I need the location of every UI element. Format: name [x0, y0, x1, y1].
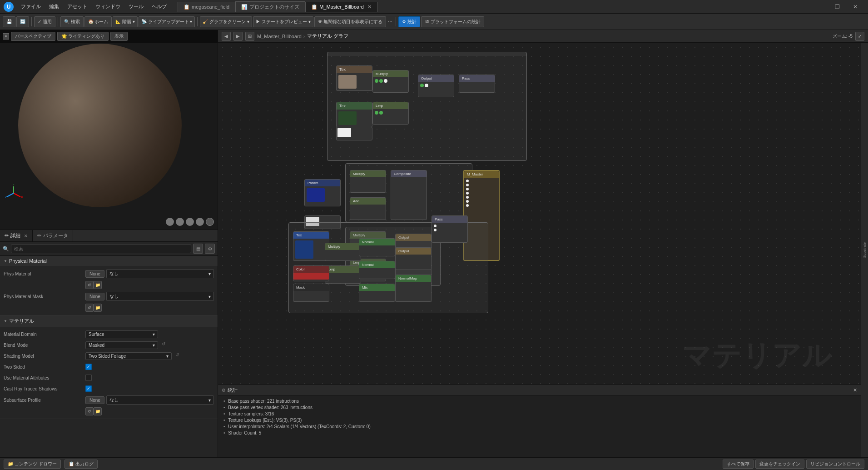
content-drawer-button[interactable]: 📁 コンテンツ ドロワー [4, 460, 61, 469]
nav-forward-button[interactable]: ▶ [233, 32, 243, 41]
state-preview-dropdown[interactable]: ▶ ステートをプレビュー ▾ [253, 16, 313, 27]
blend-mode-reset-button[interactable]: ↺ [162, 341, 169, 349]
cast-ray-traced-shadows-checkbox[interactable]: ✓ [85, 385, 92, 392]
tab-megascane[interactable]: 📋 megascane_field [178, 2, 235, 12]
phys-material-mask-none-btn[interactable]: None [85, 293, 104, 300]
phys-material-mask-dropdown[interactable]: なし ▾ [106, 292, 214, 301]
pass-node[interactable]: Pass [432, 215, 468, 243]
view-button[interactable]: 表示 [110, 32, 128, 41]
viewport-circle-btn-2[interactable] [176, 218, 184, 226]
phys-material-reset-icon[interactable]: ↺ [85, 281, 94, 289]
breadcrumb-node[interactable]: M_Master_Billboard [257, 34, 302, 39]
math-node-1[interactable]: Multiply [372, 70, 409, 93]
subsurface-profile-dropdown[interactable]: なし ▾ [106, 395, 214, 405]
search-input[interactable] [11, 245, 191, 253]
blue-node[interactable]: Param [304, 179, 341, 206]
phys-material-none-btn[interactable]: None [85, 270, 104, 278]
settings-button[interactable]: ⚙ [205, 244, 215, 254]
fullscreen-button[interactable]: ⤢ [855, 32, 864, 41]
platform-stats-button[interactable]: 🖥 プラットフォームの統計 [421, 16, 484, 27]
stats-panel: ⚙ 統計 ✕ • Base pass shader: 221 instructi… [218, 385, 861, 457]
texture-node-2[interactable]: Tex [336, 102, 372, 127]
maximize-button[interactable]: ❐ [828, 0, 846, 14]
phys-material-mask-reset-icon[interactable]: ↺ [85, 304, 94, 312]
phys-material-mask-browse-icon[interactable]: 📁 [94, 304, 102, 312]
save-button[interactable]: 💾 [3, 16, 15, 27]
green-node-2[interactable]: Normal [359, 261, 395, 279]
viewport-circle-btn-1[interactable] [166, 218, 174, 226]
menu-help[interactable]: ヘルプ [148, 2, 170, 11]
hierarchy-dropdown[interactable]: 📐 階層 ▾ [113, 16, 138, 27]
phys-material-dropdown[interactable]: なし ▾ [106, 269, 214, 278]
output-node-2[interactable]: Pass [459, 75, 495, 93]
output-node-4[interactable]: Output [395, 247, 432, 270]
physical-material-header[interactable]: ▼ Physical Material [0, 256, 218, 266]
menu-asset[interactable]: アセット [64, 2, 91, 11]
live-update-dropdown[interactable]: 📡 ライブアップデート ▾ [139, 16, 195, 27]
math-node-8[interactable]: Lerp [325, 265, 361, 284]
more-options-button[interactable]: ⋯ [387, 19, 393, 24]
blend-mode-dropdown[interactable]: Masked ▾ [85, 341, 158, 349]
use-material-attributes-checkbox[interactable] [85, 375, 92, 381]
close-button[interactable]: ✕ [846, 0, 864, 14]
shading-model-reset-button[interactable]: ↺ [175, 352, 183, 360]
math-node-3[interactable]: Multiply [350, 170, 386, 193]
svg-text:X: X [21, 195, 23, 199]
substrates-panel[interactable]: Substrate [861, 43, 868, 457]
tab-master-billboard[interactable]: 📋 M_Master_Billboard ✕ [305, 2, 377, 12]
tab-details[interactable]: ✏ 詳細 ✕ [0, 230, 33, 241]
nav-back-button[interactable]: ◀ [222, 32, 231, 41]
material-section-header[interactable]: ▼ マテリアル [0, 315, 218, 327]
revision-control-button[interactable]: リビジョンコントロール [806, 460, 864, 469]
minimize-button[interactable]: — [810, 0, 828, 14]
hide-unrelated-button[interactable]: 👁 無関係な項目を非表示にする [314, 16, 387, 27]
perspective-button[interactable]: バースペクティブ [11, 32, 55, 41]
check-in-button[interactable]: 変更をチェックイン [755, 460, 804, 469]
texture-node-1[interactable]: Tex [336, 65, 372, 91]
menu-tools[interactable]: ツール [125, 2, 147, 11]
connect-node-1[interactable]: Composite [391, 170, 427, 220]
output-node-5[interactable]: NormalMap [395, 275, 432, 302]
save-all-button[interactable]: すべて保存 [723, 460, 754, 469]
tab-details-close[interactable]: ✕ [24, 234, 28, 238]
filter-button[interactable]: ▤ [193, 244, 203, 254]
nav-home-button[interactable]: ⊞ [245, 32, 254, 41]
menu-file[interactable]: ファイル [17, 2, 45, 11]
green-node-1[interactable]: Normal [359, 238, 395, 256]
stats-close-button[interactable]: ✕ [853, 387, 857, 393]
apply-button[interactable]: ✓ 適用 [34, 16, 55, 27]
viewport-circle-btn-5[interactable] [206, 218, 214, 226]
menu-edit[interactable]: 編集 [45, 2, 63, 11]
green-node-3[interactable]: Mix [359, 284, 395, 302]
output-log-button[interactable]: 📋 出力ログ [64, 460, 98, 469]
search-button[interactable]: 🔍 検索 [60, 16, 84, 27]
shading-model-dropdown[interactable]: Two Sided Foliage ▾ [85, 352, 172, 360]
math-node-2[interactable]: Lerp [372, 102, 409, 125]
graph-clean-dropdown[interactable]: 🧹 グラフをクリーン ▾ [200, 16, 252, 27]
tab-close-icon[interactable]: ✕ [367, 4, 372, 10]
material-domain-dropdown[interactable]: Surface ▾ [85, 330, 158, 338]
output-node-1[interactable]: Output [418, 75, 454, 97]
blue-texture-node[interactable]: Tex [293, 231, 329, 261]
tab-params[interactable]: ✏ パラメータ [33, 230, 73, 241]
white-box-node[interactable] [336, 127, 372, 140]
two-sided-checkbox[interactable]: ✓ [85, 364, 92, 370]
graph-area[interactable]: マテリアル Tex Tex [218, 43, 868, 457]
reload-button[interactable]: 🔄 [16, 16, 29, 27]
dark-node[interactable]: Mask [293, 284, 329, 302]
subsurface-reset-icon[interactable]: ↺ [85, 407, 94, 415]
viewport-circle-btn-4[interactable] [196, 218, 204, 226]
viewport-circle-btn-3[interactable] [186, 218, 194, 226]
math-node-4[interactable]: Add [350, 197, 386, 220]
stats-button[interactable]: ⚙ 統計 [398, 16, 420, 27]
menu-window[interactable]: ウィンドウ [92, 2, 124, 11]
home-button[interactable]: 🏠 ホーム [84, 16, 112, 27]
phys-material-browse-icon[interactable]: 📁 [94, 281, 102, 289]
lighting-button[interactable]: 🌟 ライティングあり [57, 32, 109, 41]
red-node[interactable]: Color [293, 265, 329, 281]
viewport-menu-button[interactable]: ≡ [3, 33, 9, 40]
math-node-7[interactable]: Multiply [325, 243, 361, 261]
subsurface-profile-none-btn[interactable]: None [85, 396, 104, 404]
tab-project-size[interactable]: 📊 プロジェクトのサイズ [235, 1, 305, 12]
subsurface-browse-icon[interactable]: 📁 [94, 407, 102, 415]
